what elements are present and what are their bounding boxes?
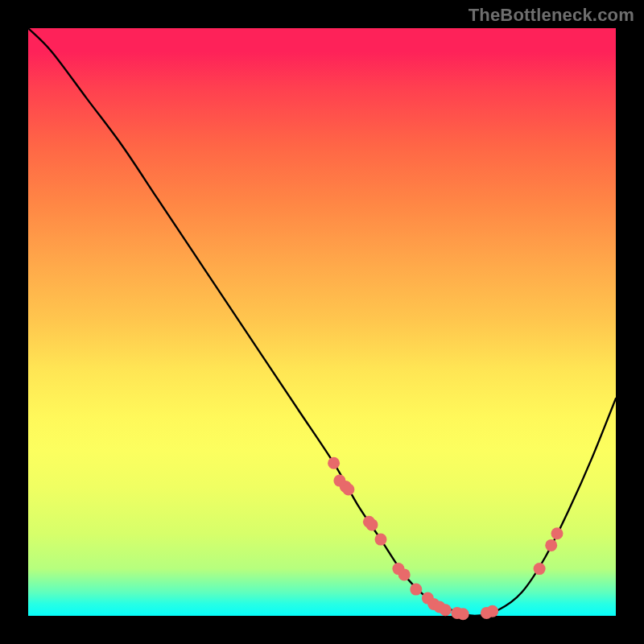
scatter-points <box>328 457 563 621</box>
data-point <box>366 518 378 530</box>
watermark-text: TheBottleneck.com <box>469 5 634 26</box>
chart-container: { "watermark": "TheBottleneck.com", "col… <box>0 0 644 644</box>
data-point <box>534 563 546 575</box>
data-point <box>375 534 387 546</box>
data-point <box>551 527 564 539</box>
data-point <box>398 568 411 580</box>
data-point <box>486 605 498 617</box>
data-point <box>410 584 422 596</box>
data-point <box>342 484 354 496</box>
curve-layer <box>28 28 616 616</box>
data-point <box>440 604 452 616</box>
data-point <box>545 539 557 551</box>
data-point <box>457 608 469 620</box>
bottleneck-curve <box>28 28 616 616</box>
plot-area <box>28 28 616 616</box>
data-point <box>328 457 340 469</box>
